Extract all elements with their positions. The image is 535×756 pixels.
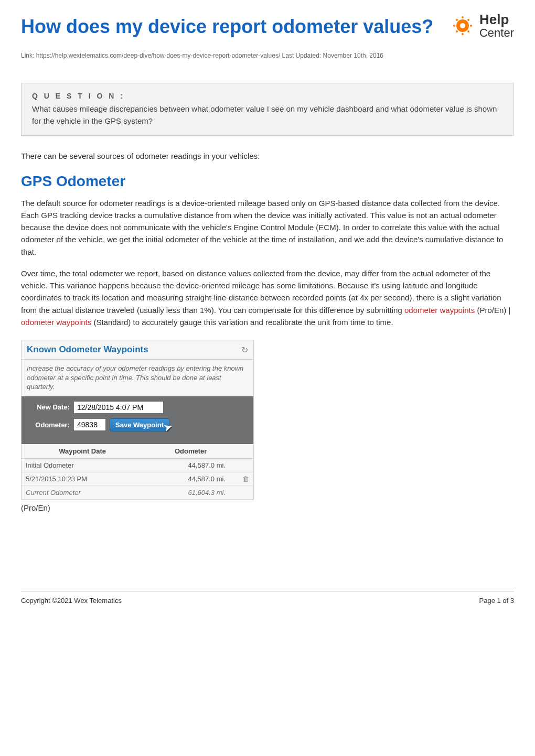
card-form: New Date: Odometer: Save Waypoint ➤ xyxy=(22,396,253,444)
col-actions xyxy=(238,444,253,459)
save-waypoint-button[interactable]: Save Waypoint ➤ xyxy=(110,418,169,431)
paragraph-2-part-b: (Standard) to accurately gauge this vari… xyxy=(93,318,393,327)
trash-icon[interactable]: 🗑 xyxy=(242,475,249,483)
col-odometer: Odometer xyxy=(143,444,238,459)
page-title: How does my device report odometer value… xyxy=(21,15,514,38)
help-center-icon xyxy=(450,13,475,38)
cursor-icon: ➤ xyxy=(163,420,174,434)
col-waypoint-date: Waypoint Date xyxy=(22,444,143,459)
svg-point-1 xyxy=(460,23,465,28)
waypoint-date-cell: Initial Odometer xyxy=(22,458,143,472)
action-cell xyxy=(238,485,253,499)
footer-page: Page 1 of 3 xyxy=(479,597,515,604)
action-cell[interactable]: 🗑 xyxy=(238,472,253,485)
waypoint-date-cell: Current Odometer xyxy=(22,485,143,499)
refresh-icon[interactable]: ↻ xyxy=(241,345,248,355)
section-heading-gps-odometer: GPS Odometer xyxy=(0,173,535,197)
card-description: Increase the accuracy of your odometer r… xyxy=(22,360,253,396)
table-row: Current Odometer61,604.3 mi. xyxy=(22,485,253,499)
paragraph-1: The default source for odometer readings… xyxy=(0,197,535,267)
intro-text: There can be several sources of odometer… xyxy=(0,150,535,173)
question-box: Q U E S T I O N : What causes mileage di… xyxy=(21,83,514,136)
link-bar: Link: https://help.wextelematics.com/dee… xyxy=(0,45,535,72)
new-date-input[interactable] xyxy=(74,402,163,413)
waypoints-table: Waypoint Date Odometer Initial Odometer4… xyxy=(22,444,253,500)
odometer-cell: 44,587.0 mi. xyxy=(143,472,238,485)
svg-point-9 xyxy=(467,30,469,33)
svg-point-8 xyxy=(456,30,458,33)
odometer-label: Odometer: xyxy=(27,421,70,429)
svg-point-2 xyxy=(462,16,464,18)
save-waypoint-label: Save Waypoint xyxy=(115,421,164,429)
svg-point-7 xyxy=(467,19,469,21)
odometer-waypoints-link-pro[interactable]: odometer waypoints xyxy=(404,306,475,315)
footer-copyright: Copyright ©2021 Wex Telematics xyxy=(21,597,122,604)
table-row: Initial Odometer44,587.0 mi. xyxy=(22,458,253,472)
svg-point-4 xyxy=(453,25,455,27)
svg-point-3 xyxy=(462,33,464,35)
question-label: Q U E S T I O N : xyxy=(32,92,503,100)
question-text: What causes mileage discrepancies betwee… xyxy=(32,103,503,127)
known-odometer-waypoints-card: Known Odometer Waypoints ↻ Increase the … xyxy=(21,340,254,500)
card-title: Known Odometer Waypoints xyxy=(27,344,148,355)
odometer-waypoints-link-std[interactable]: odometer waypoints xyxy=(21,318,91,327)
paragraph-2-mid: (Pro/En) | xyxy=(477,306,510,315)
new-date-label: New Date: xyxy=(27,403,70,411)
brand-logo: Help Center xyxy=(450,13,514,39)
page-footer: Copyright ©2021 Wex Telematics Page 1 of… xyxy=(21,591,514,617)
svg-point-5 xyxy=(470,25,472,27)
action-cell xyxy=(238,458,253,472)
pro-en-label: (Pro/En) xyxy=(0,502,535,528)
odometer-cell: 44,587.0 mi. xyxy=(143,458,238,472)
paragraph-2: Over time, the total odometer we report,… xyxy=(0,267,535,338)
brand-help-text: Help xyxy=(479,13,514,27)
table-row: 5/21/2015 10:23 PM44,587.0 mi.🗑 xyxy=(22,472,253,485)
odometer-input[interactable] xyxy=(74,419,105,430)
svg-point-6 xyxy=(456,19,458,21)
odometer-cell: 61,604.3 mi. xyxy=(143,485,238,499)
brand-center-text: Center xyxy=(479,27,514,39)
waypoint-date-cell: 5/21/2015 10:23 PM xyxy=(22,472,143,485)
